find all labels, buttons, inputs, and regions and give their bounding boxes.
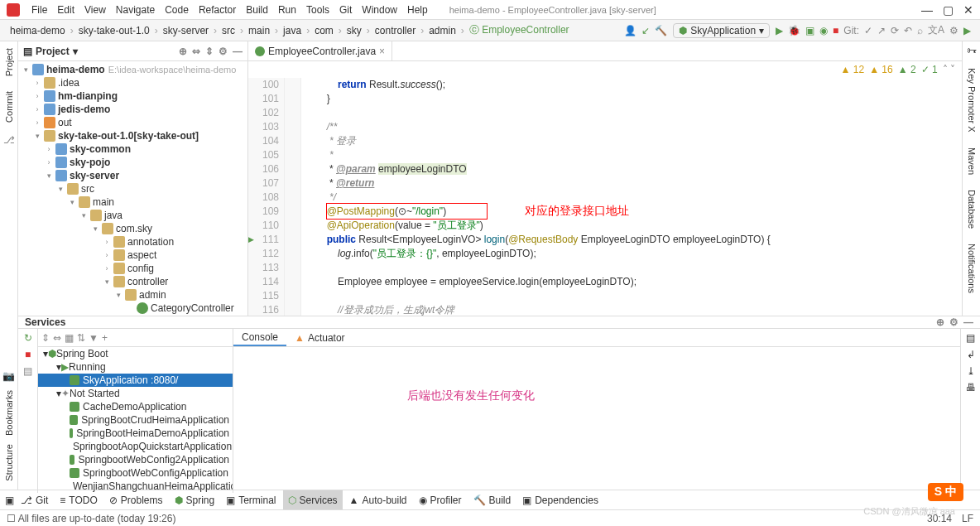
tree-item[interactable]: ›annotation xyxy=(18,235,247,249)
users-icon[interactable]: 👤 xyxy=(624,25,637,36)
camera-icon[interactable]: 📷 xyxy=(2,370,15,382)
bottom-tab-services[interactable]: ⬡Services xyxy=(283,490,343,509)
service-item[interactable]: SpringbootWebConfigApplication xyxy=(38,466,233,480)
service-item[interactable]: SkyApplication :8080/ xyxy=(38,374,233,387)
select-opened-icon[interactable]: ⊕ xyxy=(179,46,187,57)
minimize-icon[interactable]: — xyxy=(921,3,933,17)
menu-tools[interactable]: Tools xyxy=(301,4,334,16)
layout-icon[interactable]: ▤ xyxy=(966,332,975,344)
expand-icon[interactable]: ⇔ xyxy=(192,46,200,57)
tree-item[interactable]: ▾java xyxy=(18,209,247,222)
hide-icon[interactable]: — xyxy=(233,46,243,57)
menu-git[interactable]: Git xyxy=(334,4,357,16)
rerun-icon[interactable]: ↻ xyxy=(24,332,32,344)
crumb[interactable]: sky-take-out-1.0 xyxy=(75,25,153,36)
service-item[interactable]: SpringBootCrudHeimaApplication xyxy=(38,413,233,427)
tree-item[interactable]: ›hm-dianping xyxy=(18,89,247,103)
left-tab-project[interactable]: Project xyxy=(4,45,14,80)
menu-code[interactable]: Code xyxy=(160,4,194,16)
right-tab[interactable]: Key Promoter X xyxy=(967,65,977,136)
settings-icon[interactable]: ⚙ xyxy=(949,25,958,36)
tree-item[interactable]: ▾main xyxy=(18,195,247,209)
tree-item[interactable]: ›sky-pojo xyxy=(18,156,247,169)
print-icon[interactable]: 🖶 xyxy=(966,382,976,393)
menu-window[interactable]: Window xyxy=(357,4,402,16)
left-tab-commit[interactable]: Commit xyxy=(4,88,14,126)
tree-item[interactable]: ›.idea xyxy=(18,76,247,89)
git-history-icon[interactable]: ⟳ xyxy=(891,25,899,36)
wrap-icon[interactable]: ↲ xyxy=(967,349,975,360)
service-item[interactable]: ▾ ✦ Not Started xyxy=(38,387,233,400)
tree-item[interactable]: ›jedis-demo xyxy=(18,103,247,116)
search-icon[interactable]: ⌕ xyxy=(917,25,923,36)
crumb[interactable]: sky xyxy=(343,25,365,36)
tree-item[interactable]: ▾src xyxy=(18,182,247,195)
editor-body[interactable]: 100101102103104105106107108109110▶111112… xyxy=(248,78,962,316)
collapse-icon[interactable]: ⇔ xyxy=(53,332,61,344)
filter-icon[interactable]: ▼ xyxy=(89,332,98,344)
menu-run[interactable]: Run xyxy=(273,4,301,16)
services-gear-icon[interactable]: ⚙ xyxy=(949,316,958,328)
console-tab[interactable]: Console xyxy=(233,329,286,346)
profile-icon[interactable]: ◉ xyxy=(819,25,828,36)
bottom-tab-terminal[interactable]: ▣Terminal xyxy=(221,490,281,509)
crumb[interactable]: sky-server xyxy=(160,25,212,36)
bottom-tab-dependencies[interactable]: ▣Dependencies xyxy=(517,490,603,509)
tree-item[interactable]: ▾sky-take-out-1.0 [sky-take-out] xyxy=(18,129,247,142)
scroll-icon[interactable]: ⤓ xyxy=(967,365,975,377)
right-tab[interactable]: Database xyxy=(967,186,977,232)
right-tab[interactable]: Maven xyxy=(967,144,977,178)
crumb[interactable]: heima-demo xyxy=(7,25,69,36)
git-branch-icon[interactable]: ⎇ xyxy=(3,134,15,146)
services-hide-icon[interactable]: — xyxy=(963,316,973,328)
services-console[interactable]: Console ▲Actuator 后端也没有发生任何变化 xyxy=(233,329,960,493)
service-item[interactable]: ▾ ▶ Running xyxy=(38,360,233,374)
bottom-tab-todo[interactable]: ≡TODO xyxy=(55,490,102,509)
crumb-class[interactable]: ⓒ EmployeeController xyxy=(466,23,573,37)
collapse-icon[interactable]: ⇕ xyxy=(205,46,214,57)
bottom-tab-build[interactable]: 🔨Build xyxy=(468,490,516,509)
editor-tab[interactable]: EmployeeController.java × xyxy=(248,41,392,60)
tool-window-icon[interactable]: ▣ xyxy=(5,495,14,506)
crumb[interactable]: main xyxy=(245,25,273,36)
menu-file[interactable]: File xyxy=(26,4,52,16)
debug-icon[interactable]: 🐞 xyxy=(788,25,800,36)
crumb[interactable]: admin xyxy=(425,25,459,36)
bookmarks-tab[interactable]: Bookmarks xyxy=(4,390,14,436)
tree-item[interactable]: ›sky-common xyxy=(18,142,247,156)
tree-item[interactable]: ›aspect xyxy=(18,249,247,262)
filter-icon[interactable]: ▤ xyxy=(23,365,32,377)
run-config-selector[interactable]: ⬢SkyApplication▾ xyxy=(673,23,770,38)
tree-item[interactable]: ›out xyxy=(18,116,247,129)
service-item[interactable]: ▾ ⬢ Spring Boot xyxy=(38,347,233,360)
service-item[interactable]: SpringBootHeimaDemoApplication xyxy=(38,427,233,440)
navigate-back-icon[interactable]: ↙ xyxy=(641,25,650,36)
bottom-tab-spring[interactable]: ⬢Spring xyxy=(170,490,220,509)
stop-icon[interactable]: ■ xyxy=(833,25,838,36)
coverage-icon[interactable]: ▣ xyxy=(805,25,814,36)
close-icon[interactable]: ✕ xyxy=(963,3,973,17)
crumb[interactable]: com xyxy=(311,25,337,36)
service-item[interactable]: SpringbootWebConfig2Application xyxy=(38,453,233,466)
hammer-icon[interactable]: 🔨 xyxy=(655,25,667,36)
expand-icon[interactable]: ⇕ xyxy=(41,332,50,344)
git-revert-icon[interactable]: ↶ xyxy=(904,25,912,36)
menu-edit[interactable]: Edit xyxy=(52,4,79,16)
bottom-tab-profiler[interactable]: ◉Profiler xyxy=(414,490,467,509)
close-tab-icon[interactable]: × xyxy=(379,46,385,57)
service-item[interactable]: SpringbootAopQuickstartApplication xyxy=(38,440,233,453)
play-icon[interactable]: ▶ xyxy=(963,25,971,36)
right-tab[interactable]: Notifications xyxy=(967,240,977,297)
menu-refactor[interactable]: Refactor xyxy=(194,4,241,16)
menu-help[interactable]: Help xyxy=(402,4,433,16)
lang-icon[interactable]: 文A xyxy=(928,23,944,37)
maximize-icon[interactable]: ▢ xyxy=(943,3,954,17)
actuator-tab[interactable]: ▲Actuator xyxy=(286,329,353,346)
project-tree[interactable]: ▾ heima-demo E:\idea-workspace\heima-dem… xyxy=(18,61,247,316)
structure-tab[interactable]: Structure xyxy=(4,444,14,481)
services-settings-icon[interactable]: ⊕ xyxy=(936,316,944,328)
tree-item[interactable]: ▾controller xyxy=(18,275,247,288)
menu-navigate[interactable]: Navigate xyxy=(111,4,160,16)
editor-warnings[interactable]: ▲ 12 ▲ 16 ▲ 2 ✓ 1 ˄ ˅ xyxy=(248,61,962,78)
bottom-tab-autobuild[interactable]: ▲Auto-build xyxy=(344,490,412,509)
